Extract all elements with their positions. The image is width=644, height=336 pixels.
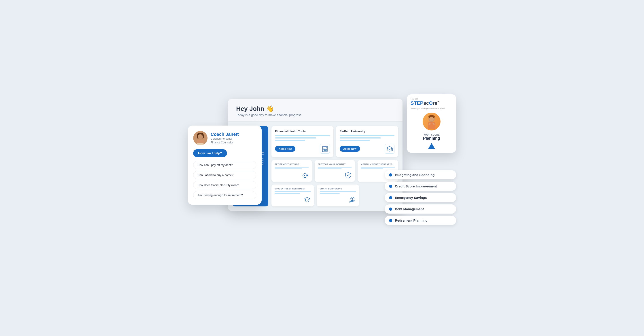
stepscore-tagline: Surviving to Thriving Evaluation & Progr… — [410, 107, 452, 109]
student-debt-label: STUDENT DEBT REPAYMENT — [274, 188, 311, 190]
tool-card-bottom-2: Acess Now — [340, 144, 394, 154]
svg-rect-41 — [197, 140, 204, 143]
pill-debt-management[interactable]: Debt Management — [384, 204, 456, 214]
piggy-bank-icon — [302, 172, 309, 179]
pill-label-debt: Debt Management — [395, 207, 424, 211]
tools-small-row: RETIREMENT SAVINGS — [272, 160, 398, 182]
coach-question-3[interactable]: How does Social Security work? — [193, 181, 256, 189]
student-debt-card[interactable]: STUDENT DEBT REPAYMENT — [272, 185, 314, 206]
coach-questions: How can I pay off my debt? Can I afford … — [193, 161, 256, 199]
svg-rect-9 — [323, 147, 327, 148]
graduation-cap-icon — [386, 145, 393, 152]
retirement-savings-card[interactable]: RETIREMENT SAVINGS — [272, 160, 312, 182]
pill-label-retirement: Retirement Planning — [395, 219, 428, 222]
financial-health-title: Financial Health Tools — [275, 130, 330, 133]
tools-top-row: Financial Health Tools Acess Now — [272, 126, 398, 157]
financial-health-access-btn[interactable]: Acess Now — [275, 146, 296, 152]
finpath-university-title: FinPath University — [340, 130, 394, 133]
small-card-lines-5 — [320, 191, 356, 194]
pill-dot-budgeting — [389, 173, 392, 176]
calculator-icon — [322, 145, 328, 152]
retirement-savings-label: RETIREMENT SAVINGS — [274, 163, 309, 165]
dashboard-subtitle: Today is a good day to make financial pr… — [236, 113, 394, 117]
svg-rect-11 — [324, 149, 325, 150]
piggy-bank-icon-container — [274, 172, 309, 179]
pill-label-credit: Credit Score Improvement — [395, 184, 437, 188]
small-card-lines-2 — [318, 167, 352, 169]
coach-title: Certified PersonalFinance Counselor — [211, 137, 239, 145]
shield-icon-container — [318, 172, 352, 179]
coach-question-4[interactable]: Am I saving enough for retirement? — [193, 191, 256, 199]
stepscore-step: STEP — [410, 100, 423, 106]
stepscore-score: scOre — [423, 100, 437, 106]
stepscore-planning-label: Planning — [410, 136, 452, 141]
stepscore-triangle — [428, 143, 435, 149]
small-card-lines-4 — [274, 191, 311, 194]
stepscore-card: FinPath STEPscOre™ Surviving to Thriving… — [407, 94, 456, 153]
greeting-title: Hey John 👋 — [236, 105, 394, 112]
tool-card-lines — [275, 135, 330, 141]
svg-rect-12 — [326, 149, 327, 150]
tool-card-bottom: Acess Now — [275, 144, 330, 154]
tool-card-lines-2 — [340, 135, 394, 141]
pill-budgeting[interactable]: Budgeting and Spending — [384, 170, 456, 179]
smart-borrowing-label: SMART BORROWING — [320, 188, 356, 190]
coach-avatar — [193, 131, 208, 145]
svg-point-25 — [304, 175, 304, 176]
money-hand-icon — [349, 196, 356, 203]
smart-borrowing-card[interactable]: SMART BORROWING — [317, 185, 359, 206]
calculator-icon-box — [320, 144, 330, 154]
finpath-university-card[interactable]: FinPath University Acess Now — [336, 126, 398, 157]
pills-list: Budgeting and Spending Credit Score Impr… — [384, 170, 456, 225]
pill-emergency-savings[interactable]: Emergency Savings — [384, 193, 456, 202]
finpath-university-access-btn[interactable]: Acess Now — [340, 146, 360, 152]
coach-cta-button[interactable]: How can I help? — [193, 149, 227, 157]
pill-dot-credit — [389, 185, 392, 188]
stepscore-avatar — [422, 113, 440, 130]
small-card-lines-3 — [361, 167, 395, 169]
svg-rect-13 — [323, 150, 324, 151]
svg-rect-14 — [324, 150, 325, 151]
tools-grid: Financial Health Tools Acess Now — [272, 126, 398, 206]
dashboard-header: Hey John 👋 Today is a good day to make f… — [228, 99, 402, 121]
svg-point-18 — [392, 150, 393, 151]
pill-dot-debt — [389, 208, 392, 211]
financial-health-card[interactable]: Financial Health Tools Acess Now — [272, 126, 334, 157]
stepscore-logo: STEPscOre™ — [410, 101, 452, 106]
svg-point-45 — [429, 117, 434, 121]
svg-rect-10 — [323, 149, 324, 150]
svg-point-39 — [198, 134, 203, 139]
pill-credit-score[interactable]: Credit Score Improvement — [384, 182, 456, 191]
coach-avatar-image — [194, 132, 206, 145]
shield-icon — [344, 172, 352, 179]
greeting-text: Hey John — [236, 105, 264, 112]
svg-marker-16 — [386, 146, 392, 149]
protect-identity-card[interactable]: PROTECT YOUR IDENTITY — [314, 160, 355, 182]
money-journeys-label: MONTHLY MONEY JOURNEYS — [361, 163, 395, 165]
pill-label-emergency: Emergency Savings — [395, 196, 427, 200]
pill-label-budgeting: Budgeting and Spending — [395, 173, 434, 177]
tools-bottom-row: STUDENT DEBT REPAYMENT — [272, 185, 398, 206]
svg-marker-31 — [304, 197, 310, 200]
coach-name: Coach Janett — [211, 132, 239, 137]
coach-question-1[interactable]: How can I pay off my debt? — [193, 161, 256, 169]
stepscore-score-label: YOUR SCORE — [410, 134, 452, 136]
stepscore-tm: ™ — [438, 101, 440, 103]
graduation-icon-box — [384, 144, 394, 154]
money-icon-container — [320, 196, 356, 203]
stepscore-brand: FinPath — [410, 98, 452, 100]
graduation-small-icon — [304, 196, 311, 203]
coach-info: Coach Janett Certified PersonalFinance C… — [211, 132, 239, 145]
svg-rect-15 — [326, 150, 327, 151]
svg-rect-44 — [428, 122, 435, 129]
coach-header: Coach Janett Certified PersonalFinance C… — [193, 131, 256, 145]
graduation-small-icon-container — [274, 196, 311, 203]
wave-emoji: 👋 — [266, 105, 274, 112]
stepscore-person-icon — [424, 114, 440, 129]
small-card-lines-1 — [274, 167, 309, 169]
pill-dot-retirement — [389, 219, 392, 222]
coach-card: Coach Janett Certified PersonalFinance C… — [188, 126, 262, 205]
pill-dot-emergency — [389, 196, 392, 199]
coach-question-2[interactable]: Can I afford to buy a home? — [193, 171, 256, 179]
pill-retirement[interactable]: Retirement Planning — [384, 216, 456, 225]
